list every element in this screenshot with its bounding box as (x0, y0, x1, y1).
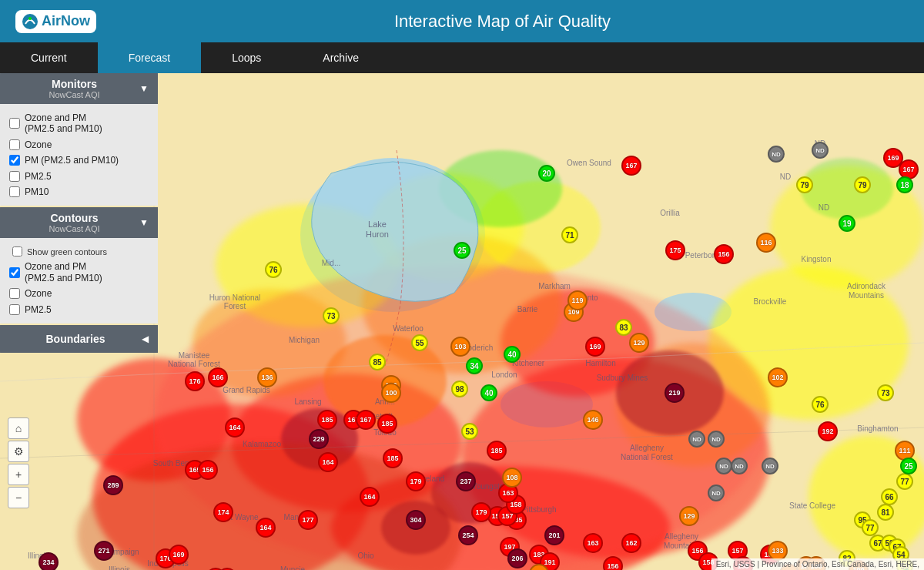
aqi-marker[interactable]: 18 (896, 176, 913, 193)
aqi-marker[interactable]: 108 (502, 468, 522, 488)
zoom-out-button[interactable]: − (8, 487, 29, 508)
aqi-marker[interactable]: 169 (169, 545, 189, 565)
monitor-ozone-pm-label[interactable]: Ozone and PM(PM2.5 and PM10) (25, 112, 102, 135)
monitor-pm10-checkbox[interactable] (9, 186, 20, 197)
aqi-marker[interactable]: 174 (213, 502, 233, 522)
aqi-marker[interactable]: 164 (256, 518, 276, 538)
aqi-marker[interactable]: 289 (103, 475, 123, 495)
aqi-marker[interactable]: 237 (456, 471, 476, 491)
aqi-marker[interactable]: 164 (225, 417, 245, 438)
aqi-marker[interactable]: 166 (208, 367, 228, 387)
aqi-marker[interactable]: 102 (768, 367, 788, 387)
aqi-marker[interactable]: 19 (839, 215, 855, 232)
aqi-marker[interactable]: 185 (383, 448, 403, 468)
aqi-marker[interactable]: 79 (796, 176, 813, 193)
aqi-marker[interactable]: 116 (756, 233, 776, 253)
aqi-marker[interactable]: 85 (369, 354, 386, 370)
aqi-marker[interactable]: 103 (450, 337, 470, 357)
aqi-marker[interactable]: ND (708, 484, 725, 501)
contour-ozone-pm-label[interactable]: Ozone and PM(PM2.5 and PM10) (25, 261, 102, 283)
aqi-marker[interactable]: 162 (621, 533, 641, 553)
aqi-marker[interactable]: 81 (877, 504, 894, 521)
aqi-marker[interactable]: ND (708, 431, 725, 448)
aqi-marker[interactable]: 192 (818, 421, 838, 441)
aqi-marker[interactable]: 176 (185, 371, 205, 391)
tab-archive[interactable]: Archive (292, 42, 390, 73)
aqi-marker[interactable]: 169 (585, 337, 605, 357)
contour-pm25-checkbox[interactable] (9, 304, 20, 315)
aqi-marker[interactable]: 163 (583, 533, 603, 553)
contour-ozone-pm-checkbox[interactable] (9, 267, 20, 278)
aqi-marker[interactable]: 73 (877, 384, 894, 401)
aqi-marker[interactable]: 20 (538, 165, 555, 182)
aqi-marker[interactable]: 40 (480, 384, 497, 401)
contour-ozone-checkbox[interactable] (9, 288, 20, 299)
aqi-marker[interactable]: 234 (38, 552, 59, 570)
aqi-marker[interactable]: 79 (854, 176, 871, 193)
aqi-marker[interactable]: 83 (615, 319, 632, 336)
aqi-marker[interactable]: 164 (318, 452, 338, 472)
aqi-marker[interactable]: 219 (665, 383, 685, 403)
aqi-marker[interactable]: 100 (381, 383, 401, 403)
aqi-marker[interactable]: 185 (317, 410, 337, 430)
aqi-marker[interactable]: 304 (406, 510, 426, 530)
contour-pm25-label[interactable]: PM2.5 (25, 304, 52, 315)
aqi-marker[interactable]: ND (762, 458, 778, 474)
aqi-marker[interactable]: 40 (504, 346, 521, 363)
show-green-checkbox[interactable] (12, 246, 22, 256)
aqi-marker[interactable]: 146 (583, 410, 603, 430)
aqi-marker[interactable]: 177 (298, 510, 318, 530)
aqi-marker[interactable]: ND (715, 458, 732, 474)
aqi-marker[interactable]: 185 (377, 414, 397, 434)
aqi-marker[interactable]: 201 (544, 525, 564, 545)
aqi-marker[interactable]: 229 (309, 429, 329, 449)
monitor-ozone-pm-checkbox[interactable] (9, 118, 20, 129)
aqi-marker[interactable]: 66 (881, 488, 898, 505)
monitors-header[interactable]: Monitors NowCast AQI ▼ (0, 73, 158, 104)
aqi-marker[interactable]: 76 (265, 261, 282, 278)
aqi-marker[interactable]: ND (731, 458, 748, 474)
aqi-marker[interactable]: 73 (323, 307, 340, 324)
show-green-label[interactable]: Show green contours (27, 247, 107, 256)
aqi-marker[interactable]: 167 (621, 156, 641, 176)
aqi-marker[interactable]: 25 (454, 242, 470, 259)
aqi-marker[interactable]: 55 (411, 334, 428, 351)
aqi-marker[interactable]: 156 (714, 244, 734, 264)
contour-ozone-label[interactable]: Ozone (25, 288, 52, 299)
boundaries-header[interactable]: Boundaries ◀ (0, 325, 158, 353)
aqi-marker[interactable]: 185 (487, 441, 507, 461)
aqi-marker[interactable]: 76 (812, 396, 829, 413)
tab-current[interactable]: Current (0, 42, 98, 73)
monitor-pm-label[interactable]: PM (PM2.5 and PM10) (25, 155, 119, 166)
monitor-pm-checkbox[interactable] (9, 155, 20, 166)
aqi-marker[interactable]: 129 (629, 333, 649, 353)
aqi-marker[interactable]: ND (688, 431, 705, 448)
monitor-ozone-checkbox[interactable] (9, 139, 20, 150)
aqi-marker[interactable]: 53 (461, 423, 478, 440)
aqi-marker[interactable]: 77 (896, 473, 913, 490)
contours-header[interactable]: Contours NowCast AQI ▼ (0, 207, 158, 238)
home-button[interactable]: ⌂ (8, 417, 29, 439)
aqi-marker[interactable]: 179 (406, 471, 426, 491)
aqi-marker[interactable]: 254 (458, 525, 478, 545)
monitor-pm25-checkbox[interactable] (9, 171, 20, 182)
aqi-marker[interactable]: 136 (257, 367, 277, 387)
aqi-marker[interactable]: 167 (356, 410, 376, 430)
aqi-marker[interactable]: 156 (198, 460, 218, 480)
zoom-in-button[interactable]: + (8, 464, 29, 485)
aqi-marker[interactable]: ND (768, 146, 785, 163)
tab-loops[interactable]: Loops (201, 42, 292, 73)
aqi-marker[interactable]: 25 (900, 458, 917, 474)
aqi-marker[interactable]: 77 (862, 519, 879, 536)
monitor-ozone-label[interactable]: Ozone (25, 139, 52, 150)
monitor-pm10-label[interactable]: PM10 (25, 186, 49, 197)
aqi-marker[interactable]: 129 (679, 506, 699, 526)
aqi-marker[interactable]: 271 (94, 541, 114, 561)
aqi-marker[interactable]: 71 (561, 226, 578, 243)
aqi-marker[interactable]: 206 (507, 548, 527, 568)
aqi-marker[interactable]: ND (812, 142, 829, 159)
settings-button[interactable]: ⚙ (8, 441, 29, 462)
aqi-marker[interactable]: 34 (466, 357, 483, 374)
aqi-marker[interactable]: 98 (451, 381, 468, 397)
monitor-pm25-label[interactable]: PM2.5 (25, 171, 52, 182)
